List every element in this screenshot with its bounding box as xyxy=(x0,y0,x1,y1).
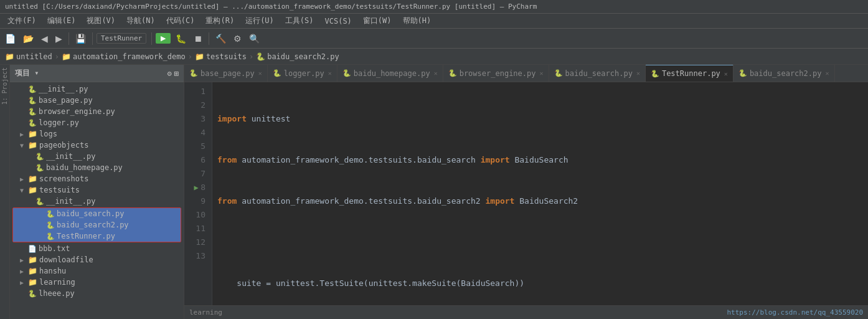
line-num-1: 1 xyxy=(184,85,209,98)
arrow-downloadfile: ▶ xyxy=(20,257,26,264)
tab-baidu-search2[interactable]: 🐍 baidu_search2.py ✕ xyxy=(734,65,835,82)
code-line-3: from automation_framework_demo.testsuits… xyxy=(217,194,863,208)
tree-item-hanshu[interactable]: ▶ 📁 hanshu xyxy=(10,265,184,277)
toolbar-new[interactable]: 📄 xyxy=(2,32,18,45)
tab-label: baidu_homepage.py xyxy=(354,69,430,78)
breadcrumb-sep-1: › xyxy=(55,52,59,61)
run-button[interactable]: ▶ xyxy=(156,33,171,44)
toolbar-open[interactable]: 📂 xyxy=(21,32,36,45)
toolbar-search[interactable]: 🔍 xyxy=(247,32,262,45)
code-line-1: import unittest xyxy=(217,112,863,126)
breadcrumb-automation[interactable]: 📁 automation_framework_demo xyxy=(62,52,186,61)
arrow-hanshu: ▶ xyxy=(20,268,26,275)
line-num-6: 6 xyxy=(184,153,209,167)
tree-item-baidu-search2[interactable]: 🐍 baidu_search2.py xyxy=(13,219,181,231)
tree-item-pageobjects[interactable]: ▼ 📁 pageobjects xyxy=(10,140,184,151)
tree-item-testsuits[interactable]: ▼ 📁 testsuits xyxy=(10,184,184,196)
menu-refactor[interactable]: 重构(R) xyxy=(200,14,239,27)
menu-edit[interactable]: 编辑(E) xyxy=(42,14,81,27)
tree-label: logger.py xyxy=(39,118,79,127)
code-line-2: from automation_framework_demo.testsuits… xyxy=(217,153,863,167)
tab-testrunner[interactable]: 🐍 TestRunner.py ✕ xyxy=(646,65,734,82)
tab-baidu-search[interactable]: 🐍 baidu_search.py ✕ xyxy=(549,65,646,82)
tree-item-browser-engine[interactable]: 🐍 browser_engine.py xyxy=(10,106,184,117)
breadcrumb-untitled[interactable]: 📁 untitled xyxy=(5,52,52,61)
tab-baidu-homepage[interactable]: 🐍 baidu_homepage.py ✕ xyxy=(337,65,443,82)
toolbar-debug[interactable]: 🐛 xyxy=(173,32,189,45)
close-icon[interactable]: ✕ xyxy=(434,70,438,77)
py-icon: 🐍 xyxy=(554,69,563,77)
tab-base-page[interactable]: 🐍 base_page.py ✕ xyxy=(184,65,268,82)
line-num-7: 7 xyxy=(184,167,209,181)
tab-label: logger.py xyxy=(284,69,324,78)
tree-item-baidu-homepage[interactable]: 🐍 baidu_homepage.py xyxy=(10,162,184,173)
close-icon[interactable]: ✕ xyxy=(539,70,543,77)
tab-browser-engine[interactable]: 🐍 browser_engine.py ✕ xyxy=(443,65,549,82)
tree-item-init-po[interactable]: 🐍 __init__.py xyxy=(10,151,184,162)
close-icon[interactable]: ✕ xyxy=(724,70,728,77)
toolbar-settings[interactable]: ⚙ xyxy=(231,32,244,45)
editor-area: 🐍 base_page.py ✕ 🐍 logger.py ✕ 🐍 baidu_h… xyxy=(184,65,868,319)
blog-link[interactable]: https://blog.csdn.net/qq_43559020 xyxy=(727,308,863,317)
menu-window[interactable]: 窗口(W) xyxy=(358,14,397,27)
folder-icon-3: 📁 xyxy=(195,52,204,61)
tab-logger[interactable]: 🐍 logger.py ✕ xyxy=(268,65,337,82)
toolbar-build[interactable]: 🔨 xyxy=(213,32,229,45)
folder-icon: 📁 xyxy=(28,255,37,264)
tree-item-init-ts[interactable]: 🐍 __init__.py xyxy=(10,196,184,207)
header-icons: ⚙ ⊞ xyxy=(167,69,179,78)
close-icon[interactable]: ✕ xyxy=(258,70,262,77)
arrow-logs: ▶ xyxy=(20,131,26,138)
tree-item-downloadfile[interactable]: ▶ 📁 downloadfile xyxy=(10,254,184,265)
tree-item-learning[interactable]: ▶ 📁 learning xyxy=(10,277,184,288)
gear-icon[interactable]: ⚙ xyxy=(167,69,172,78)
menu-run[interactable]: 运行(U) xyxy=(240,14,279,27)
tree-label: logs xyxy=(39,130,57,138)
tree-label: base_page.py xyxy=(39,96,93,105)
code-line-4 xyxy=(217,236,863,249)
close-icon[interactable]: ✕ xyxy=(636,70,640,77)
tree-label: bbb.txt xyxy=(39,244,70,253)
tree-item-testrunner[interactable]: 🐍 TestRunner.py xyxy=(13,231,181,242)
tree-label: screenshots xyxy=(39,174,88,183)
line-numbers: 1 2 3 4 5 6 7 ▶8 9 10 11 12 13 xyxy=(184,82,212,305)
tree-item-screenshots[interactable]: ▶ 📁 screenshots xyxy=(10,173,184,184)
tree-item-logger[interactable]: 🐍 logger.py xyxy=(10,117,184,128)
toolbar-forward[interactable]: ▶ xyxy=(53,32,65,45)
close-icon[interactable]: ✕ xyxy=(328,70,332,77)
py-icon: 🐍 xyxy=(28,119,37,127)
tree-label: learning xyxy=(39,278,75,287)
menu-code[interactable]: 代码(C) xyxy=(161,14,200,27)
py-icon: 🐍 xyxy=(35,153,44,161)
tree-label: baidu_homepage.py xyxy=(46,163,123,172)
toolbar-save[interactable]: 💾 xyxy=(73,32,88,45)
py-icon: 🐍 xyxy=(46,221,55,229)
menu-file[interactable]: 文件(F) xyxy=(2,14,41,27)
code-content[interactable]: import unittest from automation_framewor… xyxy=(212,82,868,305)
tree-item-baidu-search[interactable]: 🐍 baidu_search.py xyxy=(13,208,181,219)
tree-item-init-root[interactable]: 🐍 __init__.py xyxy=(10,83,184,95)
breadcrumb-file[interactable]: 🐍 baidu_search2.py xyxy=(256,52,339,61)
tree-item-base-page[interactable]: 🐍 base_page.py xyxy=(10,95,184,106)
tree-item-bbb[interactable]: 📄 bbb.txt xyxy=(10,243,184,254)
toolbar-stop[interactable]: ⏹ xyxy=(191,32,205,45)
toolbar-back[interactable]: ◀ xyxy=(39,32,50,45)
menu-nav[interactable]: 导航(N) xyxy=(121,14,160,27)
close-icon[interactable]: ✕ xyxy=(825,70,829,77)
menu-help[interactable]: 帮助(H) xyxy=(398,14,436,27)
breadcrumb-testsuits[interactable]: 📁 testsuits xyxy=(195,52,247,61)
tree-item-logs[interactable]: ▶ 📁 logs xyxy=(10,128,184,140)
code-line-5: suite = unittest.TestSuite(unittest.make… xyxy=(217,277,863,290)
menu-tools[interactable]: 工具(S) xyxy=(280,14,319,27)
menu-vcs[interactable]: VCS(S) xyxy=(320,16,357,27)
py-icon: 🐍 xyxy=(342,69,351,77)
expand-icon[interactable]: ⊞ xyxy=(174,69,179,78)
py-icon: 🐍 xyxy=(28,97,37,105)
sidebar-strip: 1: Project xyxy=(0,65,10,319)
tab-label: baidu_search.py xyxy=(565,69,633,78)
menu-view[interactable]: 视图(V) xyxy=(82,14,120,27)
project-strip-label[interactable]: 1: Project xyxy=(1,67,8,105)
py-icon: 🐍 xyxy=(256,52,265,61)
tree-item-lheee[interactable]: 🐍 lheee.py xyxy=(10,288,184,299)
breadcrumb-sep-2: › xyxy=(188,52,192,61)
